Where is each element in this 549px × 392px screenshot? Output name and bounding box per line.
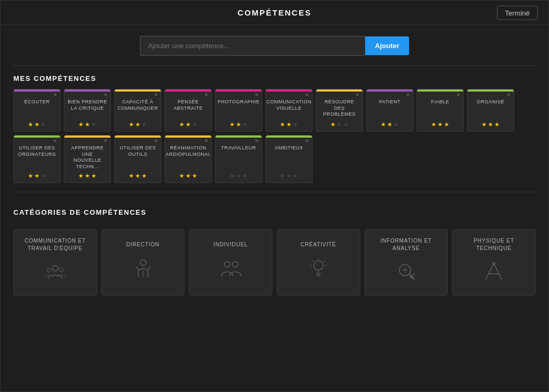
star-empty[interactable]: ★ xyxy=(293,121,298,128)
star-empty[interactable]: ★ xyxy=(343,121,348,128)
star-filled[interactable]: ★ xyxy=(85,172,90,179)
category-card[interactable]: INDIVIDUEL xyxy=(189,229,272,296)
skill-card-close-button[interactable]: ✕ xyxy=(53,93,57,97)
skill-card-close-button[interactable]: ✕ xyxy=(204,139,209,144)
skill-card-name: PENSÉE ABSTRAITE xyxy=(167,99,209,111)
star-filled[interactable]: ★ xyxy=(129,172,134,179)
star-filled[interactable]: ★ xyxy=(186,172,191,179)
skill-stars: ★★★ xyxy=(481,121,500,128)
star-filled[interactable]: ★ xyxy=(85,121,90,128)
skill-card: ✕ORGANISÉ★★★ xyxy=(467,89,514,132)
star-filled[interactable]: ★ xyxy=(186,121,191,128)
star-empty[interactable]: ★ xyxy=(91,121,97,128)
star-empty[interactable]: ★ xyxy=(242,121,248,128)
skill-stars: ★★★ xyxy=(229,172,248,179)
svg-point-2 xyxy=(60,268,63,272)
star-filled[interactable]: ★ xyxy=(280,121,285,128)
search-section: Ajouter xyxy=(1,25,548,65)
skill-card-close-button[interactable]: ✕ xyxy=(406,93,410,97)
star-filled[interactable]: ★ xyxy=(387,121,392,128)
svg-point-0 xyxy=(53,265,58,271)
star-filled[interactable]: ★ xyxy=(135,121,140,128)
skill-card-color-bar xyxy=(165,89,211,92)
star-filled[interactable]: ★ xyxy=(494,121,500,128)
star-filled[interactable]: ★ xyxy=(444,121,449,128)
star-filled[interactable]: ★ xyxy=(34,121,40,128)
star-filled[interactable]: ★ xyxy=(431,121,436,128)
star-filled[interactable]: ★ xyxy=(381,121,386,128)
skill-card-close-button[interactable]: ✕ xyxy=(305,139,309,144)
category-card[interactable]: DIRECTION xyxy=(101,229,185,296)
star-filled[interactable]: ★ xyxy=(28,172,33,179)
star-empty[interactable]: ★ xyxy=(280,172,285,179)
category-card[interactable]: PHYSIQUE ET TECHNIQUE xyxy=(452,229,536,296)
skill-card-close-button[interactable]: ✕ xyxy=(305,93,309,97)
star-filled[interactable]: ★ xyxy=(330,121,336,128)
skill-card-name: UTILISER DES OUTILS xyxy=(117,145,159,157)
skill-card-close-button[interactable]: ✕ xyxy=(154,93,158,97)
svg-line-22 xyxy=(486,263,494,280)
skill-card-close-button[interactable]: ✕ xyxy=(53,139,57,144)
skill-card-color-bar xyxy=(14,135,60,138)
star-empty[interactable]: ★ xyxy=(286,172,292,179)
star-filled[interactable]: ★ xyxy=(28,121,33,128)
category-card[interactable]: COMMUNICATION ET TRAVAIL D'ÉQUIPE xyxy=(13,229,97,296)
skill-card-color-bar xyxy=(14,89,60,92)
star-filled[interactable]: ★ xyxy=(236,121,241,128)
skill-card: ✕RÉSOUDRE DES PROBLÈMES★★★ xyxy=(316,89,363,132)
star-filled[interactable]: ★ xyxy=(142,172,147,179)
star-filled[interactable]: ★ xyxy=(129,121,134,128)
star-filled[interactable]: ★ xyxy=(481,121,487,128)
search-input[interactable] xyxy=(140,36,365,56)
star-filled[interactable]: ★ xyxy=(192,172,197,179)
star-empty[interactable]: ★ xyxy=(142,121,147,128)
skills-grid: ✕ÉCOUTER★★★✕BIEN PRENDRE LA CRITIQUE★★★✕… xyxy=(13,89,536,183)
star-empty[interactable]: ★ xyxy=(41,121,46,128)
star-filled[interactable]: ★ xyxy=(229,121,235,128)
skill-card-name: COMMUNICATION VISUELLE xyxy=(265,99,313,111)
star-filled[interactable]: ★ xyxy=(78,172,84,179)
category-name: INFORMATION ET ANALYSE xyxy=(369,237,443,252)
skill-card-close-button[interactable]: ✕ xyxy=(255,139,259,144)
svg-point-7 xyxy=(314,261,323,270)
skill-card-close-button[interactable]: ✕ xyxy=(204,93,209,97)
star-filled[interactable]: ★ xyxy=(179,121,184,128)
star-filled[interactable]: ★ xyxy=(179,172,184,179)
skill-card-close-button[interactable]: ✕ xyxy=(154,139,158,144)
svg-line-12 xyxy=(324,261,325,262)
category-name: COMMUNICATION ET TRAVAIL D'ÉQUIPE xyxy=(18,237,92,252)
category-name: DIRECTION xyxy=(126,241,159,248)
star-filled[interactable]: ★ xyxy=(91,172,97,179)
skill-card-close-button[interactable]: ✕ xyxy=(255,93,259,97)
star-empty[interactable]: ★ xyxy=(394,121,399,128)
skill-card-close-button[interactable]: ✕ xyxy=(507,93,511,97)
ajouter-button[interactable]: Ajouter xyxy=(365,36,409,55)
termine-button[interactable]: Terminé xyxy=(497,5,538,20)
star-empty[interactable]: ★ xyxy=(41,172,46,179)
star-empty[interactable]: ★ xyxy=(293,172,298,179)
category-card[interactable]: CRÉATIVITÉ xyxy=(277,229,360,296)
star-empty[interactable]: ★ xyxy=(242,172,248,179)
star-filled[interactable]: ★ xyxy=(437,121,443,128)
skill-card-close-button[interactable]: ✕ xyxy=(456,93,461,97)
svg-point-25 xyxy=(493,262,495,265)
skill-card: ✕BIEN PRENDRE LA CRITIQUE★★★ xyxy=(64,89,111,132)
star-filled[interactable]: ★ xyxy=(488,121,493,128)
star-filled[interactable]: ★ xyxy=(135,172,140,179)
skill-card-close-button[interactable]: ✕ xyxy=(103,139,108,144)
skill-card-close-button[interactable]: ✕ xyxy=(103,93,108,97)
svg-line-21 xyxy=(412,273,415,275)
star-empty[interactable]: ★ xyxy=(192,121,197,128)
star-filled[interactable]: ★ xyxy=(286,121,292,128)
star-empty[interactable]: ★ xyxy=(337,121,342,128)
star-filled[interactable]: ★ xyxy=(34,172,40,179)
star-empty[interactable]: ★ xyxy=(236,172,241,179)
skill-stars: ★★★ xyxy=(431,121,449,128)
mes-competences-section: MES COMPÉTENCES ✕ÉCOUTER★★★✕BIEN PRENDRE… xyxy=(1,66,548,183)
skill-card-color-bar xyxy=(468,89,514,92)
star-empty[interactable]: ★ xyxy=(229,172,235,179)
star-filled[interactable]: ★ xyxy=(78,121,84,128)
skill-card-close-button[interactable]: ✕ xyxy=(355,93,360,97)
team-icon xyxy=(43,260,67,285)
category-card[interactable]: INFORMATION ET ANALYSE xyxy=(365,229,448,296)
